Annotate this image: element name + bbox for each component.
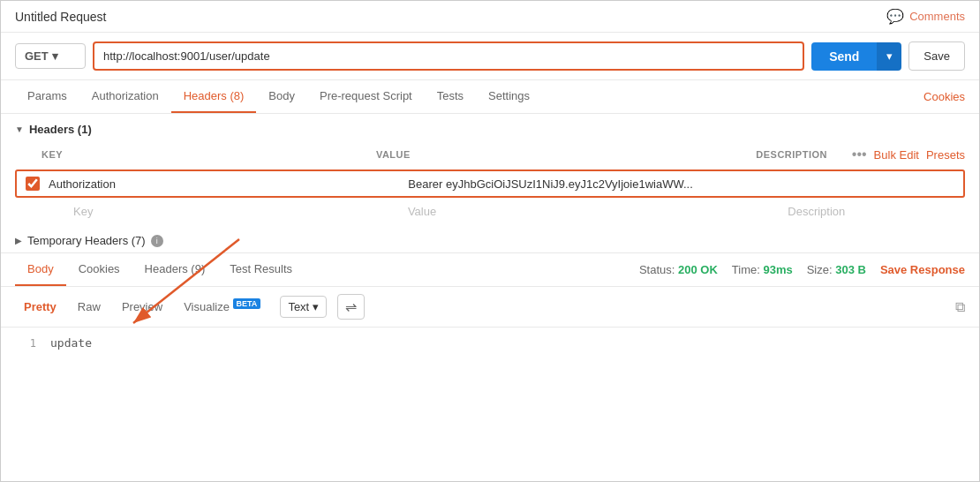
- url-input[interactable]: [93, 41, 804, 71]
- send-button[interactable]: Send: [811, 42, 877, 71]
- temp-headers-section[interactable]: ▶ Temporary Headers (7) i: [1, 229, 979, 252]
- cookies-link[interactable]: Cookies: [923, 90, 965, 103]
- method-chevron-icon: ▾: [52, 49, 58, 63]
- method-label: GET: [25, 49, 49, 63]
- status-label: Status: 200 OK: [639, 263, 718, 276]
- header-row-placeholder: Key Value Description: [15, 200, 965, 223]
- format-label: Text: [288, 300, 309, 313]
- tab-params[interactable]: Params: [15, 80, 79, 113]
- app-container: Untitled Request 💬 Comments GET ▾ Send ▾…: [1, 1, 979, 482]
- comments-icon: 💬: [886, 8, 904, 25]
- format-chevron-icon: ▾: [313, 300, 319, 313]
- row-key-authorization: Authorization: [49, 177, 408, 191]
- col-desc-header: DESCRIPTION: [756, 149, 852, 160]
- resp-tab-cookies[interactable]: Cookies: [66, 253, 132, 286]
- method-select[interactable]: GET ▾: [15, 43, 86, 69]
- page-title: Untitled Request: [15, 10, 107, 24]
- tab-body[interactable]: Body: [256, 80, 307, 113]
- resp-tab-body[interactable]: Body: [15, 253, 66, 286]
- body-tab-raw[interactable]: Raw: [69, 297, 109, 317]
- wrap-button[interactable]: ⇌: [337, 294, 365, 320]
- send-dropdown-button[interactable]: ▾: [877, 42, 901, 71]
- format-select[interactable]: Text ▾: [280, 296, 327, 318]
- more-options-button[interactable]: •••: [852, 147, 867, 162]
- presets-button[interactable]: Presets: [926, 148, 965, 162]
- placeholder-key[interactable]: Key: [47, 205, 408, 218]
- collapse-arrow-icon: ▼: [15, 124, 24, 134]
- col-key-header: KEY: [15, 149, 376, 160]
- tab-settings[interactable]: Settings: [476, 80, 542, 113]
- temp-arrow-icon: ▶: [15, 236, 22, 245]
- header-row-authorization: Authorization Bearer eyJhbGciOiJSUzI1NiJ…: [15, 169, 965, 198]
- body-tab-preview[interactable]: Preview: [113, 297, 171, 317]
- nav-tabs: Params Authorization Headers (8) Body Pr…: [1, 80, 979, 114]
- save-button[interactable]: Save: [908, 41, 965, 71]
- line-number-1: 1: [15, 337, 36, 350]
- comments-area: 💬 Comments: [886, 8, 965, 25]
- response-tabs: Body Cookies Headers (9) Test Results St…: [1, 253, 979, 287]
- copy-button[interactable]: ⧉: [955, 299, 965, 315]
- headers-section-label: Headers (1): [29, 123, 92, 136]
- url-bar: GET ▾ Send ▾ Save: [1, 33, 979, 80]
- body-tab-pretty[interactable]: Pretty: [15, 297, 65, 317]
- response-status-bar: Status: 200 OK Time: 93ms Size: 303 B Sa…: [639, 263, 965, 276]
- send-btn-group: Send ▾: [811, 42, 901, 71]
- code-area: 1 update: [1, 328, 979, 358]
- time-value: 93ms: [763, 263, 792, 276]
- headers-table-header: KEY VALUE DESCRIPTION ••• Bulk Edit Pres…: [15, 143, 965, 166]
- beta-badge: BETA: [233, 298, 261, 309]
- bulk-edit-button[interactable]: Bulk Edit: [874, 148, 919, 162]
- time-label: Time: 93ms: [732, 263, 793, 276]
- info-icon: i: [151, 235, 163, 247]
- col-actions: ••• Bulk Edit Presets: [852, 147, 965, 162]
- headers-section: ▼ Headers (1) KEY VALUE DESCRIPTION ••• …: [1, 114, 979, 229]
- response-area: Body Cookies Headers (9) Test Results St…: [1, 252, 979, 358]
- col-value-header: VALUE: [376, 149, 756, 160]
- tab-tests[interactable]: Tests: [425, 80, 476, 113]
- body-tab-visualize[interactable]: Visualize BETA: [175, 296, 269, 317]
- comments-label[interactable]: Comments: [909, 10, 965, 23]
- row-checkbox[interactable]: [26, 177, 40, 191]
- tab-headers[interactable]: Headers (8): [171, 80, 257, 113]
- placeholder-description[interactable]: Description: [788, 205, 965, 218]
- code-line-1: 1 update: [15, 336, 965, 350]
- size-label: Size: 303 B: [807, 263, 866, 276]
- title-bar: Untitled Request 💬 Comments: [1, 1, 979, 33]
- body-view-tabs: Pretty Raw Preview Visualize BETA Text ▾…: [1, 287, 979, 328]
- line-content-1: update: [50, 336, 92, 350]
- status-value: 200 OK: [678, 263, 718, 276]
- resp-tab-headers[interactable]: Headers (9): [132, 253, 218, 286]
- headers-section-title[interactable]: ▼ Headers (1): [15, 123, 965, 136]
- size-value: 303 B: [835, 263, 866, 276]
- resp-tab-test-results[interactable]: Test Results: [217, 253, 305, 286]
- save-response-button[interactable]: Save Response: [880, 263, 965, 276]
- tab-authorization[interactable]: Authorization: [79, 80, 171, 113]
- temp-headers-label: Temporary Headers (7): [27, 234, 146, 247]
- tab-pre-request-script[interactable]: Pre-request Script: [307, 80, 425, 113]
- placeholder-value[interactable]: Value: [408, 205, 788, 218]
- row-value-authorization: Bearer eyJhbGciOiJSUzI1NiJ9.eyJ1c2VyIjoi…: [408, 177, 787, 191]
